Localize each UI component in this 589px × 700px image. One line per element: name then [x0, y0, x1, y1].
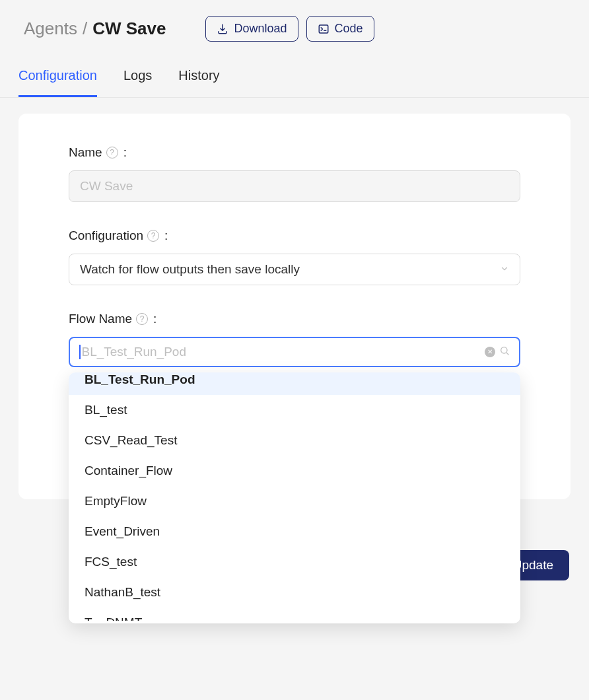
tab-configuration[interactable]: Configuration	[18, 68, 97, 97]
dropdown-option[interactable]: CSV_Read_Test	[69, 425, 520, 456]
flow-name-input[interactable]: BL_Test_Run_Pod ✕	[69, 337, 520, 367]
flow-name-dropdown: BL_Test_Run_Pod BL_test CSV_Read_Test Co…	[69, 372, 520, 623]
configuration-label: Configuration	[69, 228, 143, 243]
configuration-value: Watch for flow outputs then save locally	[80, 262, 300, 277]
tab-logs[interactable]: Logs	[123, 68, 152, 97]
chevron-down-icon	[500, 264, 509, 275]
name-input: CW Save	[69, 170, 520, 202]
label-colon: :	[123, 145, 127, 160]
dropdown-option[interactable]: BL_Test_Run_Pod	[69, 372, 520, 395]
help-icon[interactable]: ?	[106, 147, 118, 158]
download-button[interactable]: Download	[205, 16, 298, 42]
config-card: Name ? : CW Save Configuration ? : Watch…	[18, 114, 571, 499]
search-icon	[499, 345, 510, 359]
breadcrumb-parent[interactable]: Agents	[24, 18, 77, 39]
tab-history[interactable]: History	[178, 68, 219, 97]
help-icon[interactable]: ?	[136, 313, 148, 325]
page-header: Agents / CW Save Download Code	[0, 0, 589, 42]
label-colon: :	[164, 228, 168, 243]
flow-name-label-row: Flow Name ? :	[69, 312, 520, 326]
breadcrumb-current: CW Save	[92, 18, 166, 39]
text-cursor	[79, 345, 81, 359]
configuration-select[interactable]: Watch for flow outputs then save locally	[69, 254, 520, 285]
breadcrumb-separator: /	[83, 18, 87, 39]
dropdown-option[interactable]: EmptyFlow	[69, 486, 520, 516]
code-label: Code	[335, 22, 363, 36]
dropdown-option[interactable]: T DNMT	[69, 608, 520, 621]
field-configuration: Configuration ? : Watch for flow outputs…	[69, 228, 520, 285]
name-label-row: Name ? :	[69, 145, 520, 160]
label-colon: :	[153, 312, 156, 326]
help-icon[interactable]: ?	[147, 230, 159, 242]
svg-rect-0	[319, 25, 328, 33]
field-flow-name: Flow Name ? : BL_Test_Run_Pod ✕ BL_Test_…	[69, 312, 520, 367]
flow-name-label: Flow Name	[69, 312, 132, 326]
breadcrumb: Agents / CW Save	[24, 18, 166, 39]
dropdown-option[interactable]: BL_test	[69, 395, 520, 425]
dropdown-option[interactable]: NathanB_test	[69, 577, 520, 608]
tabs: Configuration Logs History	[0, 42, 589, 98]
combo-icons: ✕	[485, 345, 510, 359]
configuration-label-row: Configuration ? :	[69, 228, 520, 243]
field-name: Name ? : CW Save	[69, 145, 520, 202]
dropdown-option[interactable]: Container_Flow	[69, 456, 520, 486]
code-button[interactable]: Code	[306, 16, 374, 42]
name-label: Name	[69, 145, 102, 160]
header-actions: Download Code	[205, 16, 374, 42]
svg-point-1	[501, 347, 507, 353]
download-icon	[217, 23, 228, 35]
terminal-icon	[318, 23, 329, 35]
download-label: Download	[234, 22, 287, 36]
clear-icon[interactable]: ✕	[485, 347, 495, 357]
flow-name-placeholder: BL_Test_Run_Pod	[82, 345, 485, 359]
dropdown-option[interactable]: Event_Driven	[69, 516, 520, 547]
dropdown-option[interactable]: FCS_test	[69, 547, 520, 577]
flow-name-combo-container: BL_Test_Run_Pod ✕ BL_Test_Run_Pod BL_tes…	[69, 337, 520, 367]
